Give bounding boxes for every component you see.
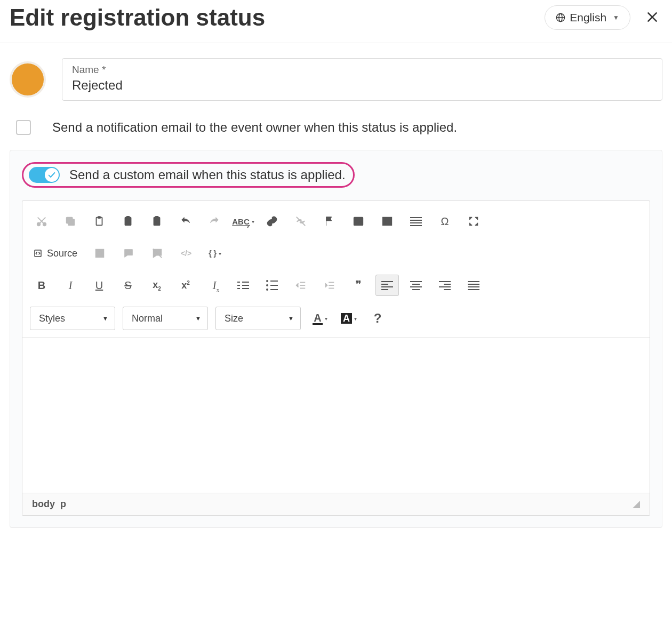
- redo-button[interactable]: [203, 211, 226, 232]
- strike-icon: S: [124, 280, 131, 291]
- flag-icon: [324, 215, 335, 227]
- svg-rect-29: [97, 251, 102, 255]
- indent-button[interactable]: [318, 275, 341, 296]
- about-button[interactable]: ?: [366, 308, 389, 329]
- horizontal-rule-button[interactable]: [404, 211, 428, 232]
- notify-owner-checkbox[interactable]: [16, 120, 31, 135]
- text-color-icon: A: [313, 312, 322, 325]
- paste-text-icon: T: [122, 215, 134, 227]
- unlink-icon: [295, 215, 307, 227]
- image-icon: [353, 215, 364, 227]
- cut-icon: [36, 215, 47, 227]
- strike-button[interactable]: S: [116, 275, 140, 296]
- align-center-button[interactable]: [404, 275, 428, 296]
- superscript-icon: x2: [181, 280, 190, 291]
- format-select[interactable]: Normal: [123, 307, 208, 330]
- svg-rect-22: [383, 218, 392, 226]
- svg-rect-10: [67, 218, 73, 223]
- source-button[interactable]: Source: [30, 243, 81, 264]
- image-button[interactable]: [347, 211, 370, 232]
- italic-icon: I: [69, 280, 73, 291]
- uncomment-button[interactable]: [146, 243, 169, 264]
- unlink-button[interactable]: [289, 211, 313, 232]
- subscript-button[interactable]: x2: [145, 275, 169, 296]
- underline-button[interactable]: U: [87, 275, 111, 296]
- maximize-icon: [468, 215, 479, 227]
- anchor-button[interactable]: [318, 211, 341, 232]
- copy-button[interactable]: [59, 211, 82, 232]
- blockquote-button[interactable]: ❞: [347, 275, 370, 296]
- align-justify-button[interactable]: [462, 275, 485, 296]
- language-selector[interactable]: English ▼: [545, 5, 630, 30]
- bulleted-list-button[interactable]: [260, 275, 284, 296]
- editor-resize-grip[interactable]: [633, 501, 640, 508]
- source-icon: [33, 249, 43, 258]
- dialog-title: Edit registration status: [10, 4, 265, 31]
- editor-toolbar: T W ABC: [22, 201, 650, 338]
- toolbar-row-3: B I U S x2 x2 Ix: [30, 275, 642, 296]
- editor-content[interactable]: [22, 338, 650, 493]
- table-icon: [381, 215, 393, 227]
- toolbar-row-1: T W ABC: [30, 211, 642, 232]
- paste-text-button[interactable]: T: [116, 211, 140, 232]
- link-icon: [266, 215, 278, 227]
- editor-element-path[interactable]: bodyp: [32, 499, 71, 510]
- dialog-body: Name * Send a notification email to the …: [0, 43, 672, 549]
- header-actions: English ▼: [545, 5, 662, 30]
- toolbar-row-2: Source </> { }: [30, 243, 642, 264]
- custom-email-panel: Send a custom email when this status is …: [10, 150, 662, 528]
- paste-word-button[interactable]: W: [145, 211, 169, 232]
- comment-button[interactable]: [117, 243, 140, 264]
- align-center-icon: [410, 281, 422, 290]
- align-justify-icon: [468, 281, 479, 290]
- italic-button[interactable]: I: [59, 275, 82, 296]
- special-char-button[interactable]: Ω: [433, 211, 457, 232]
- svg-text:W: W: [155, 220, 159, 225]
- outdent-button[interactable]: [289, 275, 313, 296]
- notify-owner-row: Send a notification email to the event o…: [16, 120, 662, 135]
- align-right-button[interactable]: [433, 275, 457, 296]
- text-color-button[interactable]: A: [308, 308, 332, 329]
- custom-email-toggle[interactable]: [29, 167, 60, 183]
- numbered-list-button[interactable]: [231, 275, 255, 296]
- subscript-icon: x2: [153, 279, 161, 292]
- bg-color-button[interactable]: A: [337, 308, 361, 329]
- custom-email-toggle-label: Send a custom email when this status is …: [69, 167, 346, 182]
- source-label: Source: [47, 248, 77, 259]
- code-snippet-button[interactable]: </>: [174, 243, 198, 264]
- name-input[interactable]: [72, 78, 652, 93]
- close-button[interactable]: [642, 7, 662, 29]
- svg-rect-20: [354, 218, 363, 226]
- toolbar-row-4: Styles Normal Size A A ?: [30, 307, 642, 330]
- spellcheck-button[interactable]: ABC: [231, 211, 255, 232]
- rich-text-editor: T W ABC: [22, 201, 650, 516]
- table-button[interactable]: [375, 211, 399, 232]
- align-left-button[interactable]: [375, 275, 399, 296]
- superscript-button[interactable]: x2: [174, 275, 197, 296]
- align-right-icon: [439, 281, 451, 290]
- link-button[interactable]: [260, 211, 284, 232]
- name-label: Name *: [72, 64, 652, 76]
- globe-icon: [556, 13, 565, 22]
- styles-select[interactable]: Styles: [30, 307, 115, 330]
- placeholder-button[interactable]: { }: [203, 243, 227, 264]
- svg-text:T: T: [127, 220, 130, 225]
- paste-button[interactable]: [87, 211, 111, 232]
- remove-format-button[interactable]: Ix: [203, 275, 226, 296]
- help-icon: ?: [374, 312, 382, 325]
- bold-button[interactable]: B: [30, 275, 53, 296]
- templates-button[interactable]: [88, 243, 111, 264]
- caret-down-icon: ▼: [613, 14, 619, 21]
- size-select[interactable]: Size: [215, 307, 301, 330]
- undo-button[interactable]: [174, 211, 197, 232]
- outdent-icon: [295, 279, 307, 291]
- remove-format-icon: Ix: [213, 280, 217, 291]
- close-icon: [645, 10, 659, 24]
- status-color-swatch[interactable]: [10, 61, 46, 98]
- cut-button[interactable]: [30, 211, 53, 232]
- quote-icon: ❞: [355, 279, 362, 291]
- editor-footer: bodyp: [22, 493, 650, 515]
- align-left-icon: [381, 281, 393, 290]
- maximize-button[interactable]: [462, 211, 485, 232]
- templates-icon: [94, 247, 106, 259]
